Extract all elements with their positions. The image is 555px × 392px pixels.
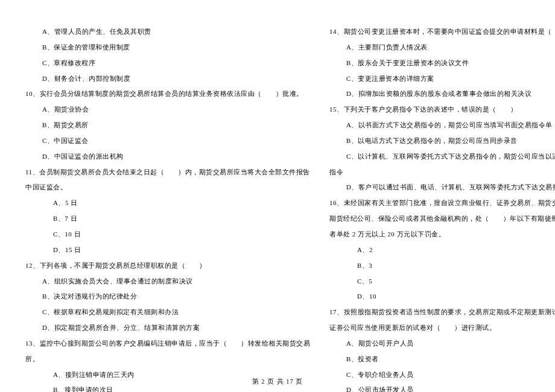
- question-stem-cont: 中国证监会。: [18, 180, 310, 195]
- option: D、拟定期货交易所合并、分立、结算和清算的方案: [18, 320, 310, 336]
- option: C、章程修改程序: [18, 55, 310, 71]
- option: B、期货交易所: [18, 118, 310, 133]
- option: C、变更注册资本的详细方案: [322, 71, 555, 87]
- option: D、客户可以通过书面、电话、计算机、互联网等委托方式下达交易指令: [322, 180, 555, 195]
- option: A、2: [322, 242, 555, 258]
- option: A、期货公司开户人员: [322, 336, 555, 352]
- option: A、以书面方式下达交易指令的，期货公司应当填写书面交易指令单: [322, 118, 555, 133]
- option: D、中国证监会的派出机构: [18, 149, 310, 165]
- option: C、5: [322, 274, 555, 289]
- left-column: A、管理人员的产生、任免及其职责 B、保证金的管理和使用制度 C、章程修改程序 …: [18, 24, 310, 353]
- question-stem: 13、监控中心接到期货公司的客户交易编码注销申请后，应当于（ ）转发给相关期货交…: [18, 336, 310, 352]
- option: D、拟增加出资额的股东的股东会或者董事会做出的相关决议: [322, 86, 555, 102]
- question-stem: 10、实行会员分级结算制度的期货交易所结算会员的结算业务资格依法应由（ ）批准。: [18, 86, 310, 102]
- option: B、投资者: [322, 352, 555, 367]
- question-stem: 15、下列关于客户交易指令下达的表述中，错误的是（ ）: [322, 102, 555, 118]
- option: B、保证金的管理和使用制度: [18, 40, 310, 55]
- option: A、主要部门负责人情况表: [322, 40, 555, 55]
- option: D、财务会计、内部控制制度: [18, 71, 310, 87]
- option: D、15 日: [18, 242, 310, 258]
- question-stem: 12、下列各项，不属于期货交易所总经理职权的是（ ）: [18, 258, 310, 274]
- question-stem: 14、期货公司变更注册资本时，不需要向中国证监会提交的申请材料是（ ）: [322, 24, 555, 40]
- option: A、5 日: [18, 195, 310, 211]
- option: C、根据章程和交易规则拟定有关细则和办法: [18, 305, 310, 320]
- option: B、股东会关于变更注册资本的决议文件: [322, 55, 555, 71]
- question-stem-cont: 者单处 2 万元以上 20 万元以下罚金。: [322, 227, 555, 242]
- option: A、管理人员的产生、任免及其职责: [18, 24, 310, 40]
- option: D、10: [322, 289, 555, 305]
- question-stem-cont: 证券公司应当使用更新后的试卷对（ ）进行测试。: [322, 320, 555, 336]
- question-stem-cont: 期货经纪公司、保险公司或者其他金融机构的，处（ ）年以下有期徒刑或者拘役，并处或: [322, 211, 555, 227]
- option: C、中国证监会: [18, 133, 310, 149]
- option: A、组织实施会员大会、理事会通过的制度和决议: [18, 274, 310, 289]
- option: C、10 日: [18, 227, 310, 242]
- option: C、以计算机、互联网等委托方式下达交易指令的，期货公司应当以适当的方式保存该交易: [322, 149, 555, 165]
- question-stem: 11、会员制期货交易所会员大会结束之日起（ ）内，期货交易所应当将大会全部文件报…: [18, 165, 310, 180]
- question-stem: 17、按照股指期货投资者适当性制度的要求，交易所定期或不定期更新测试试卷，期货公…: [322, 305, 555, 320]
- option: B、以电话方式下达交易指令的，期货公司应当同步录音: [322, 133, 555, 149]
- option: A、期货业协会: [18, 102, 310, 118]
- question-stem: 16、未经国家有关主管部门批准，擅自设立商业银行、证券交易所、期货交易所、证券公…: [322, 195, 555, 211]
- question-stem-cont: 所。: [18, 352, 310, 367]
- exam-page: A、管理人员的产生、任免及其职责 B、保证金的管理和使用制度 C、章程修改程序 …: [0, 0, 555, 368]
- option-cont: 指令: [322, 165, 555, 180]
- option: B、7 日: [18, 211, 310, 227]
- page-footer: 第 2 页 共 17 页: [0, 378, 555, 386]
- option: B、3: [322, 258, 555, 274]
- right-column: 14、期货公司变更注册资本时，不需要向中国证监会提交的申请材料是（ ） A、主要…: [322, 24, 555, 353]
- option: B、决定对违规行为的纪律处分: [18, 289, 310, 305]
